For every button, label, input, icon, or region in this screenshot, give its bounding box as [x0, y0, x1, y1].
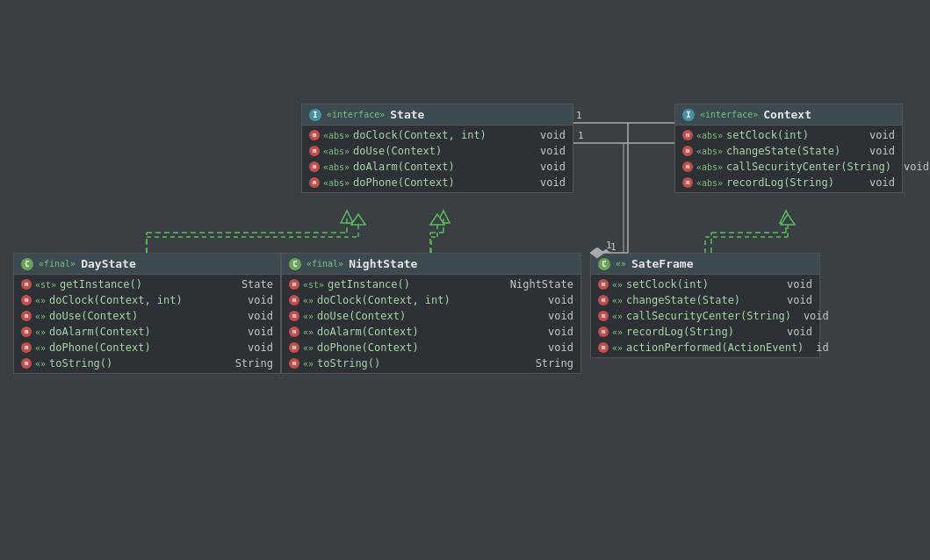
daystate-box: C «final» DayState m «st» getInstance() … — [13, 253, 281, 374]
sateframe-method-3: m «» callSecurityCenter(String) void — [591, 308, 819, 324]
daystate-body: m «st» getInstance() State m «» doClock(… — [14, 275, 280, 373]
nightstate-method-1: m «st» getInstance() NightState — [282, 276, 580, 292]
svg-marker-3 — [341, 211, 353, 223]
daystate-stereotype: «final» — [39, 259, 76, 269]
method-icon: m — [309, 130, 320, 140]
diagram-canvas: 1 1 I «interface» State m «abs» doClock(… — [0, 0, 930, 560]
daystate-title: DayState — [81, 257, 136, 270]
nightstate-title: NightState — [349, 257, 417, 270]
daystate-method-3: m «» doUse(Context) void — [14, 308, 280, 324]
context-stereotype: «interface» — [700, 110, 758, 119]
nightstate-method-5: m «» doPhone(Context) void — [282, 340, 580, 355]
svg-text:1: 1 — [578, 130, 584, 141]
nightstate-method-4: m «» doAlarm(Context) void — [282, 324, 580, 340]
nightstate-body: m «st» getInstance() NightState m «» doC… — [282, 275, 580, 373]
sateframe-method-5: m «» actionPerformed(ActionEvent) id — [591, 340, 819, 355]
sateframe-title: SateFrame — [631, 257, 693, 270]
daystate-method-6: m «» toString() String — [14, 355, 280, 371]
svg-text:1: 1 — [610, 241, 616, 253]
svg-marker-11 — [780, 211, 792, 223]
daystate-icon: C — [21, 258, 33, 270]
sateframe-body: m «» setClock(int) void m «» changeState… — [591, 275, 819, 357]
sateframe-method-4: m «» recordLog(String) void — [591, 324, 819, 340]
nightstate-header: C «final» NightState — [282, 254, 580, 275]
svg-text:1: 1 — [606, 240, 612, 251]
daystate-method-2: m «» doClock(Context, int) void — [14, 292, 280, 308]
sateframe-method-1: m «» setClock(int) void — [591, 276, 819, 292]
daystate-header: C «final» DayState — [14, 254, 280, 275]
context-method-4: m «abs» recordLog(String) void — [675, 175, 902, 190]
daystate-method-4: m «» doAlarm(Context) void — [14, 324, 280, 340]
daystate-method-5: m «» doPhone(Context) void — [14, 340, 280, 355]
context-header: I «interface» Context — [675, 104, 902, 126]
context-title: Context — [763, 108, 811, 121]
svg-marker-21 — [351, 214, 365, 225]
nightstate-method-6: m «» toString() String — [282, 355, 580, 371]
state-stereotype: «interface» — [327, 110, 385, 119]
context-method-2: m «abs» changeState(State) void — [675, 143, 902, 159]
state-method-3: m «abs» doAlarm(Context) void — [302, 159, 573, 175]
context-method-1: m «abs» setClock(int) void — [675, 127, 902, 143]
method-icon: m — [309, 162, 320, 172]
nightstate-icon: C — [289, 258, 301, 270]
context-method-3: m «abs» callSecurityCenter(String) void — [675, 159, 902, 175]
state-title: State — [390, 108, 424, 121]
state-body: m «abs» doClock(Context, int) void m «ab… — [302, 126, 573, 192]
state-method-1: m «abs» doClock(Context, int) void — [302, 127, 573, 143]
state-method-2: m «abs» doUse(Context) void — [302, 143, 573, 159]
svg-marker-35 — [781, 214, 795, 225]
method-icon: m — [309, 177, 320, 188]
sateframe-box: C «» SateFrame m «» setClock(int) void m… — [590, 253, 820, 358]
daystate-method-1: m «st» getInstance() State — [14, 276, 280, 292]
state-box: I «interface» State m «abs» doClock(Cont… — [301, 104, 573, 193]
svg-marker-25 — [430, 214, 444, 225]
nightstate-box: C «final» NightState m «st» getInstance(… — [281, 253, 581, 374]
sateframe-header: C «» SateFrame — [591, 254, 819, 275]
state-method-4: m «abs» doPhone(Context) void — [302, 175, 573, 190]
context-box: I «interface» Context m «abs» setClock(i… — [674, 104, 903, 193]
method-icon: m — [309, 146, 320, 156]
sateframe-method-2: m «» changeState(State) void — [591, 292, 819, 308]
nightstate-method-3: m «» doUse(Context) void — [282, 308, 580, 324]
sateframe-icon: C — [598, 258, 610, 270]
state-icon: I — [309, 109, 321, 121]
state-header: I «interface» State — [302, 104, 573, 126]
svg-text:1: 1 — [576, 110, 582, 121]
nightstate-method-2: m «» doClock(Context, int) void — [282, 292, 580, 308]
context-body: m «abs» setClock(int) void m «abs» chang… — [675, 126, 902, 192]
svg-marker-7 — [437, 211, 450, 223]
context-icon: I — [682, 109, 695, 121]
